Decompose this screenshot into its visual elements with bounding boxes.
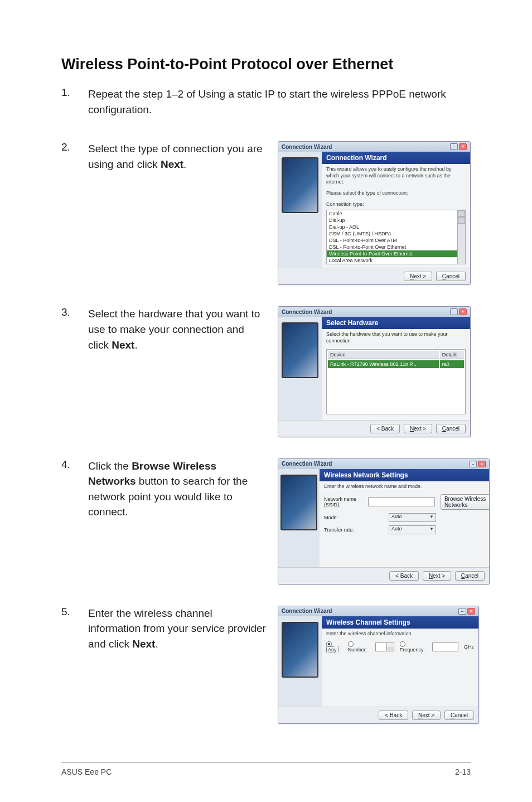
rate-select[interactable]: Auto (389, 525, 436, 534)
step-3-text-b: Next (112, 339, 134, 351)
close-icon[interactable]: × (467, 608, 475, 615)
panel-sub-2a: This wizard allows you to easily configu… (322, 164, 470, 188)
ghz-label: GHz (464, 644, 474, 650)
close-icon[interactable]: × (478, 461, 486, 467)
step-4-text: Click the Browse Wireless Networks butto… (88, 458, 267, 520)
step-3-text-c: . (134, 339, 137, 351)
back-button[interactable]: < Back (370, 424, 400, 433)
cancel-button[interactable]: Cancel (455, 571, 485, 581)
step-3-text: Select the hardware that you want to use… (88, 306, 267, 352)
list-item[interactable]: Local Area Network - Wireless (327, 264, 465, 264)
u: C (461, 573, 465, 579)
connection-type-list[interactable]: Cable Dial-up Dial-up - AOL GSM / 3G (UM… (326, 210, 466, 264)
next-button[interactable]: Next > (423, 571, 451, 581)
wizard-side-image (278, 616, 322, 707)
cancel-button[interactable]: Cancel (444, 711, 474, 720)
min-icon[interactable]: – (469, 461, 477, 467)
screenshot-select-hardware: Connection Wizard –× Select Hardware Sel… (278, 306, 471, 437)
list-item[interactable]: Dial-up - AOL (327, 224, 465, 230)
step-1-text: Repeat the step 1–2 of Using a static IP… (88, 86, 471, 117)
ssid-input[interactable] (368, 497, 435, 506)
step-2-text-b: Next (161, 158, 183, 170)
hardware-table[interactable]: DeviceDetails RaLink - RT2790 Wireless 8… (326, 349, 466, 414)
list-item-selected[interactable]: Wireless Point-to-Point Over Ethernet (327, 250, 465, 257)
min-icon[interactable]: – (450, 143, 458, 150)
cancel-button[interactable]: Cancel (436, 272, 466, 281)
mode-select[interactable]: Auto (389, 513, 436, 522)
step-2-text-c: . (183, 158, 186, 170)
radio-frequency[interactable]: Frequency: (400, 641, 427, 653)
step-1: Repeat the step 1–2 of Using a static IP… (61, 86, 471, 120)
frequency-input[interactable] (432, 642, 458, 651)
u: C (442, 426, 446, 432)
col-device: Device (328, 351, 439, 359)
radio-icon (348, 641, 354, 647)
panel-sub-4: Enter the wireless network name and mode… (320, 481, 490, 492)
window-buttons: –× (469, 461, 486, 467)
screenshot-wireless-network: Connection Wizard –× Wireless Network Se… (278, 458, 490, 584)
ssid-label: Network name (SSID): (324, 496, 365, 508)
list-item[interactable]: DSL - Point-to-Point Over ATM (327, 237, 465, 244)
wizard-side-image (278, 152, 322, 268)
t: ancel (446, 426, 460, 432)
min-icon[interactable]: – (450, 308, 458, 315)
panel-header-5: Wireless Channel Settings (322, 616, 478, 629)
next-button[interactable]: Next > (412, 711, 441, 720)
conn-type-label: Connection type: (322, 199, 470, 210)
step-4-text-a: Click the (88, 460, 132, 472)
list-item[interactable]: Local Area Network (327, 257, 465, 264)
radio-icon (400, 641, 405, 647)
number-spinner[interactable] (375, 642, 394, 651)
page-heading: Wireless Point-to-Point Protocol over Et… (61, 56, 471, 73)
list-item[interactable]: Dial-up (327, 217, 465, 224)
window-buttons: –× (458, 608, 475, 615)
step-2-text: Select the type of connection you are us… (88, 141, 267, 172)
t: ancel (454, 712, 468, 718)
wiz-titlebar-3: Connection Wizard (282, 309, 332, 315)
window-buttons: –× (450, 308, 467, 315)
panel-header-4: Wireless Network Settings (320, 469, 490, 481)
cancel-button[interactable]: Cancel (436, 424, 466, 433)
list-item[interactable]: Cable (327, 210, 465, 217)
t: ext > (414, 426, 426, 432)
t: ext > (422, 712, 434, 718)
close-icon[interactable]: × (459, 308, 467, 315)
back-button[interactable]: < Back (379, 711, 408, 720)
radio-number[interactable]: Number: (348, 641, 370, 653)
rate-label: Transfer rate: (324, 527, 385, 533)
back-button[interactable]: < Back (389, 571, 419, 581)
list-item[interactable]: GSM / 3G (UMTS) / HSDPA (327, 230, 465, 237)
wizard-side-image (278, 317, 322, 419)
scrollbar[interactable] (457, 210, 465, 264)
footer-page-number: 2-13 (455, 767, 471, 776)
step-5-text-b: Next (132, 638, 155, 650)
panel-header-2: Connection Wizard (322, 152, 470, 164)
radio-any[interactable]: Any (326, 641, 342, 653)
wiz-titlebar-5: Connection Wizard (282, 608, 332, 614)
radio-any-label: Any (326, 646, 338, 653)
next-button[interactable]: Next > (404, 424, 432, 433)
t: ext > (414, 273, 426, 279)
footer-product: ASUS Eee PC (61, 767, 112, 776)
mode-label: Mode: (324, 515, 385, 520)
screenshot-connection-type: Connection Wizard –× Connection Wizard T… (278, 141, 471, 285)
t: ancel (446, 273, 460, 279)
wizard-side-image (278, 469, 320, 567)
table-row[interactable]: RaLink - RT2790 Wireless 802.11n P...ra0 (328, 360, 464, 368)
step-5: Enter the wireless channel information f… (61, 606, 471, 724)
panel-sub-2b: Please select the type of connection: (322, 188, 470, 199)
cell-details: ra0 (440, 360, 464, 368)
t: ext > (433, 573, 445, 579)
screenshot-wireless-channel: Connection Wizard –× Wireless Channel Se… (278, 606, 479, 724)
browse-wireless-button[interactable]: Browse Wireless Networks (441, 494, 490, 510)
panel-sub-3: Select the hardware that you want to use… (322, 329, 470, 346)
panel-sub-5: Enter the wireless channel information. (322, 629, 478, 640)
min-icon[interactable]: – (458, 608, 466, 615)
step-2: Select the type of connection you are us… (61, 141, 471, 285)
window-buttons: –× (450, 143, 467, 150)
close-icon[interactable]: × (459, 143, 467, 150)
radio-freq-label: Frequency: (400, 647, 425, 653)
list-item[interactable]: DSL - Point-to-Point Over Ethernet (327, 244, 465, 250)
panel-header-3: Select Hardware (322, 317, 470, 329)
next-button[interactable]: Next > (404, 272, 432, 281)
